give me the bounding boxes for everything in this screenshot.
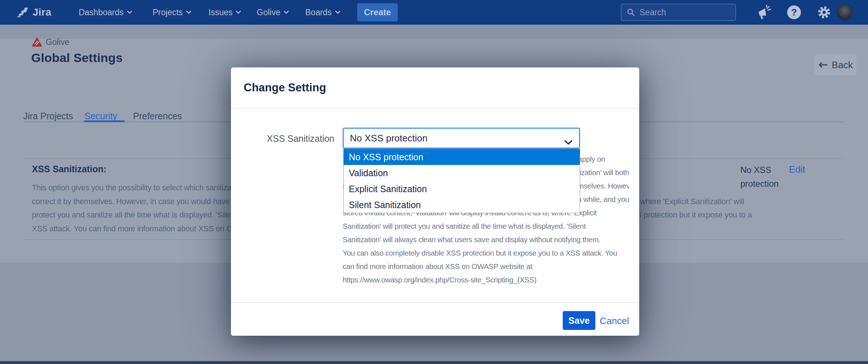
current-setting-value: No XSS protection <box>740 163 788 191</box>
modal-title: Change Setting <box>244 81 326 94</box>
chevron-down-icon <box>284 11 289 14</box>
modal-footer-divider <box>231 302 639 303</box>
select-value: No XSS protection <box>350 133 427 144</box>
option-silent-sanitization[interactable]: Silent Sanitization <box>344 197 580 213</box>
change-setting-modal: Change Setting XSS Sanitization No XSS p… <box>231 67 639 336</box>
modal-description-line: can find more information about XSS on O… <box>343 260 629 273</box>
breadcrumb[interactable]: Golive <box>46 37 69 47</box>
chevron-down-icon <box>186 11 191 14</box>
nav-item-projects[interactable]: Projects <box>153 0 191 25</box>
create-button[interactable]: Create <box>357 3 398 21</box>
back-arrow-icon <box>818 62 828 68</box>
jira-brand[interactable]: Jira <box>16 0 51 25</box>
option-no-xss-protection[interactable]: No XSS protection <box>344 149 580 165</box>
option-explicit-sanitization[interactable]: Explicit Sanitization <box>344 181 580 197</box>
nav-item-label: Issues <box>208 8 232 17</box>
settings-gear-icon[interactable] <box>816 0 832 25</box>
nav-item-dashboards[interactable]: Dashboards <box>79 0 132 25</box>
modal-description-line: You can also completely disable XSS prot… <box>343 246 629 260</box>
tab-preferences[interactable]: Preferences <box>133 111 182 121</box>
section-heading: XSS Sanitization: <box>32 164 107 174</box>
edit-link[interactable]: Edit <box>789 164 805 175</box>
option-validation[interactable]: Validation <box>344 165 580 181</box>
modal-description-line: Sanitization' will protect you and sanit… <box>343 219 629 233</box>
nav-item-boards[interactable]: Boards <box>305 0 340 25</box>
nav-item-label: Projects <box>153 8 183 17</box>
nav-item-golive[interactable]: Golive <box>257 0 289 25</box>
brand-name: Jira <box>33 7 51 18</box>
page-bottom-edge <box>0 361 868 364</box>
nav-item-label: Golive <box>257 8 280 17</box>
chevron-down-icon <box>564 136 573 148</box>
search-input[interactable] <box>639 7 727 18</box>
nav-item-label: Dashboards <box>79 8 124 17</box>
xss-sanitization-select[interactable]: No XSS protection <box>343 128 580 149</box>
golive-logo-icon <box>32 37 42 49</box>
help-icon[interactable]: ? <box>786 0 802 25</box>
modal-description-line: https://www.owasp.org/index.php/Cross-si… <box>343 273 629 286</box>
cancel-button[interactable]: Cancel <box>600 315 629 327</box>
search-box[interactable] <box>621 4 736 21</box>
chevron-down-icon <box>335 11 340 14</box>
modal-header-divider <box>231 108 639 109</box>
tab-jira-projects[interactable]: Jira Projects <box>23 111 73 121</box>
save-button[interactable]: Save <box>563 311 595 330</box>
top-nav: Jira Dashboards Projects Issues Golive B… <box>0 0 868 25</box>
screen: Jira Dashboards Projects Issues Golive B… <box>0 0 868 364</box>
select-options-list: No XSS protection Validation Explicit Sa… <box>343 149 580 213</box>
back-label: Back <box>832 59 853 71</box>
chevron-down-icon <box>127 11 132 14</box>
tab-security[interactable]: Security <box>84 111 117 121</box>
nav-item-issues[interactable]: Issues <box>208 0 241 25</box>
user-avatar[interactable] <box>836 0 853 25</box>
announcement-icon[interactable] <box>755 0 773 25</box>
xss-sanitization-label: XSS Sanitization <box>245 133 334 144</box>
nav-item-label: Boards <box>305 8 332 17</box>
search-icon <box>627 8 635 17</box>
question-mark-glyph: ? <box>791 7 797 18</box>
page-title: Global Settings <box>31 51 123 65</box>
active-tab-indicator <box>84 120 125 122</box>
jira-logo-icon <box>16 5 30 20</box>
chevron-down-icon <box>236 11 241 14</box>
modal-description-line: Sanitization' will always clean what use… <box>343 233 629 246</box>
back-button[interactable]: Back <box>814 54 856 75</box>
